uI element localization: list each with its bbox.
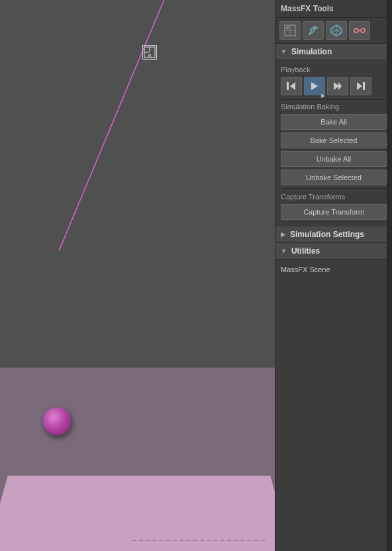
- play-button[interactable]: [304, 77, 325, 95]
- step-forward-button[interactable]: [327, 77, 348, 95]
- simulation-collapse-icon: ▼: [281, 48, 287, 55]
- panel: MassFX Tools: [275, 0, 392, 551]
- rigid-body-button[interactable]: [326, 21, 347, 40]
- divider-1: [281, 99, 387, 100]
- simulation-settings-header[interactable]: ▶ Simulation Settings: [275, 226, 392, 243]
- viewport[interactable]: A: [0, 0, 275, 551]
- bake-selected-button[interactable]: Bake Selected: [281, 132, 387, 148]
- utilities-header[interactable]: ▼ Utilities: [275, 243, 392, 260]
- svg-marker-23: [357, 82, 362, 90]
- unbake-all-button[interactable]: Unbake All: [281, 151, 387, 167]
- capture-transform-button[interactable]: Capture Transform: [281, 204, 387, 220]
- svg-marker-19: [311, 82, 318, 90]
- panel-scrollbar[interactable]: [387, 0, 392, 551]
- ball-sphere: [43, 407, 71, 435]
- panel-title: MassFX Tools: [275, 0, 392, 18]
- svg-marker-20: [321, 94, 325, 98]
- svg-rect-8: [286, 26, 289, 29]
- tools-button[interactable]: [303, 21, 324, 40]
- svg-marker-21: [334, 82, 339, 90]
- baking-label: Simulation Baking: [281, 103, 387, 111]
- playback-row: [281, 77, 387, 95]
- bake-all-button[interactable]: Bake All: [281, 114, 387, 130]
- svg-point-14: [354, 28, 358, 32]
- rewind-button[interactable]: [281, 77, 302, 95]
- utilities-label: Utilities: [291, 246, 320, 256]
- simulation-label: Simulation: [291, 47, 332, 56]
- simulation-section-header[interactable]: ▼ Simulation: [275, 44, 392, 60]
- simulation-settings-label: Simulation Settings: [290, 230, 364, 239]
- svg-marker-22: [338, 82, 342, 90]
- world-button[interactable]: [279, 21, 301, 40]
- settings-collapse-icon: ▶: [281, 231, 285, 238]
- massfx-scene-label: MassFX Scene: [281, 264, 387, 276]
- utilities-collapse-icon: ▼: [281, 248, 287, 254]
- svg-point-15: [361, 28, 365, 32]
- simulation-content: Playback: [275, 60, 392, 226]
- svg-rect-24: [363, 82, 365, 90]
- viewport-bottom: [0, 368, 275, 551]
- svg-rect-18: [287, 82, 289, 90]
- svg-marker-17: [290, 82, 295, 90]
- svg-line-0: [59, 0, 164, 251]
- capture-label: Capture Transforms: [281, 193, 387, 201]
- unbake-selected-button[interactable]: Unbake Selected: [281, 170, 387, 185]
- fast-forward-button[interactable]: [350, 77, 371, 95]
- toolbar-row: [275, 18, 392, 44]
- viewport-top: A: [0, 0, 275, 368]
- utilities-content: MassFX Scene: [275, 260, 392, 279]
- floor-dashes: [132, 540, 265, 541]
- playback-label: Playback: [281, 66, 387, 74]
- pendulum-svg: [0, 0, 275, 368]
- constraint-button[interactable]: [349, 21, 370, 40]
- divider-2: [281, 188, 387, 189]
